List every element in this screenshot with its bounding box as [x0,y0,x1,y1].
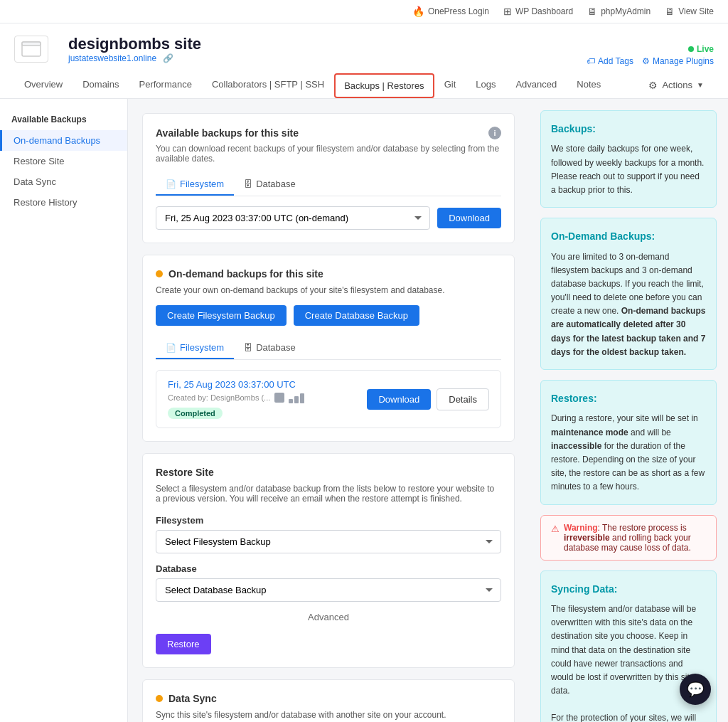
filesystem-select[interactable]: Select Filesystem Backup [156,530,501,553]
sidebar-item-data-sync[interactable]: Data Sync [0,171,127,192]
data-sync-dot [156,695,163,702]
view-site-link[interactable]: 🖥 View Site [665,6,714,17]
backup-item-date: Fri, 25 Aug 2023 03:37:00 UTC [168,379,304,390]
plugin-icon: ⚙ [642,56,650,66]
chat-button[interactable]: 💬 [680,674,711,705]
create-filesystem-backup-button[interactable]: Create Filesystem Backup [156,305,287,326]
create-database-backup-button[interactable]: Create Database Backup [294,305,419,326]
backup-item-actions: Download Details [367,388,489,410]
data-sync-desc: Sync this site's filesystem and/or datab… [156,710,501,720]
sidebar: Available Backups On-demand Backups Rest… [0,99,128,722]
filesystem-field-group: Filesystem Select Filesystem Backup [156,515,501,553]
backup-chart [289,392,304,403]
gear-icon: ⚙ [648,80,658,91]
add-tags-button[interactable]: 🏷 Add Tags [587,56,633,66]
on-demand-section: On-demand backups for this site Create y… [142,255,515,442]
site-url[interactable]: justateswebsite1.online [68,53,156,63]
advanced-link[interactable]: Advanced [156,612,501,622]
tab-notes[interactable]: Notes [567,72,611,98]
right-sidebar: Backups: We store daily backups for one … [529,99,728,722]
sidebar-item-on-demand[interactable]: On-demand Backups [0,130,127,151]
restores-info-box: Restores: During a restore, your site wi… [540,380,717,505]
syncing-data-text: The filesystem and/or database will be o… [551,602,706,722]
restore-section: Restore Site Select a filesystem and/or … [142,453,515,668]
database-tab-icon: 🗄 [244,179,252,189]
top-bar: 🔥 OnePress Login ⊞ WP Dashboard 🖥 phpMyA… [0,0,728,23]
restores-info-title: Restores: [551,391,706,406]
site-name: designbombs site [68,35,201,53]
site-title-area: designbombs site justateswebsite1.online… [14,35,201,63]
tag-icon: 🏷 [587,56,595,66]
od-filesystem-icon: 📄 [166,343,176,353]
available-backups-title: Available backups for this site i [156,127,501,139]
tab-overview[interactable]: Overview [14,72,73,98]
backup-tab-filesystem[interactable]: 📄 Filesystem [156,174,234,196]
tab-logs[interactable]: Logs [466,72,505,98]
on-demand-info-box: On-Demand Backups: You are limited to 3 … [540,218,717,370]
chevron-down-icon: ▼ [697,81,704,89]
on-demand-desc: Create your own on-demand backups of you… [156,285,501,295]
backups-info-text: We store daily backups for one week, fol… [551,142,706,197]
site-url-wrapper: justateswebsite1.online 🔗 [68,53,201,63]
on-demand-buttons: Create Filesystem Backup Create Database… [156,305,501,326]
backup-status-badge: Completed [168,408,223,419]
header-right: Live [688,44,714,54]
tab-git[interactable]: Git [434,72,466,98]
on-demand-title: On-demand backups for this site [156,268,501,280]
restore-desc: Select a filesystem and/or database back… [156,484,501,504]
info-icon[interactable]: i [488,127,501,139]
on-demand-dot [156,270,163,277]
available-backups-desc: You can download recent backups of your … [156,144,501,164]
backups-info-box: Backups: We store daily backups for one … [540,110,717,208]
main-layout: Available Backups On-demand Backups Rest… [0,99,728,722]
on-demand-tab-database[interactable]: 🗄 Database [234,337,306,359]
restores-info-text: During a restore, your site will be set … [551,412,706,494]
onepress-icon: 🔥 [412,6,424,17]
sidebar-item-restore-site[interactable]: Restore Site [0,151,127,171]
warning-text: Warning: The restore process is irrevers… [564,523,706,553]
sidebar-item-restore-history[interactable]: Restore History [0,192,127,213]
site-logo [14,36,48,63]
svg-rect-1 [22,42,41,46]
backup-download-button[interactable]: Download [367,389,431,410]
wp-icon: ⊞ [503,6,512,17]
backup-details-button[interactable]: Details [437,388,489,410]
restore-title: Restore Site [156,467,501,478]
backup-tab-database[interactable]: 🗄 Database [234,174,306,196]
site-header: designbombs site justateswebsite1.online… [0,23,728,99]
on-demand-tab-filesystem[interactable]: 📄 Filesystem [156,337,234,359]
chart-bar-1 [289,399,293,403]
live-dot [688,46,694,52]
backup-item: Fri, 25 Aug 2023 03:37:00 UTC Created by… [156,370,501,428]
link-icon[interactable]: 🔗 [163,53,173,63]
wp-dashboard-link[interactable]: ⊞ WP Dashboard [503,6,573,17]
download-button[interactable]: Download [437,208,501,228]
on-demand-info-text: You are limited to 3 on-demand filesyste… [551,250,706,360]
syncing-data-title: Syncing Data: [551,581,706,597]
chart-bar-2 [294,396,299,403]
restore-button[interactable]: Restore [156,634,211,654]
view-site-icon: 🖥 [665,6,675,17]
backup-item-meta: Created by: DesignBombs (... [168,392,304,403]
database-label: Database [156,563,501,574]
phpmyadmin-link[interactable]: 🖥 phpMyAdmin [587,6,651,17]
database-select[interactable]: Select Database Backup [156,578,501,602]
backup-date-row: Fri, 25 Aug 2023 03:37:00 UTC (on-demand… [156,206,501,230]
onepress-login-link[interactable]: 🔥 OnePress Login [412,6,489,17]
data-sync-section: Data Sync Sync this site's filesystem an… [142,679,515,722]
backup-date-select[interactable]: Fri, 25 Aug 2023 03:37:00 UTC (on-demand… [156,206,430,230]
nav-tabs: Overview Domains Performance Collaborato… [14,72,714,98]
backups-info-title: Backups: [551,121,706,137]
tab-backups-restores[interactable]: Backups | Restores [334,73,434,98]
live-badge: Live [688,44,714,54]
actions-dropdown[interactable]: ⚙ Actions ▼ [638,74,714,97]
manage-plugins-button[interactable]: ⚙ Manage Plugins [642,56,714,66]
filesystem-tab-icon: 📄 [166,179,176,189]
tab-performance[interactable]: Performance [129,72,201,98]
header-actions: 🏷 Add Tags ⚙ Manage Plugins [587,56,714,66]
tab-domains[interactable]: Domains [73,72,129,98]
tab-collaborators[interactable]: Collaborators | SFTP | SSH [202,72,334,98]
data-sync-title: Data Sync [156,693,501,704]
tab-advanced[interactable]: Advanced [505,72,567,98]
backup-inner-tabs: 📄 Filesystem 🗄 Database [156,174,501,196]
